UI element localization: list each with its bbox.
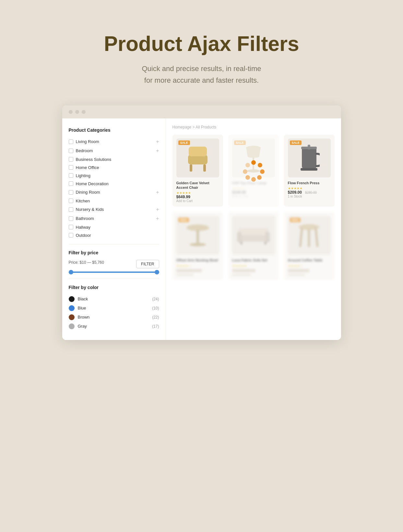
category-label: Living Room <box>76 139 154 144</box>
product-stars: ★★★★★ <box>176 191 219 195</box>
checkbox-nursery-kids[interactable] <box>69 207 73 212</box>
svg-point-7 <box>258 163 262 167</box>
category-label: Home Decoration <box>76 181 159 186</box>
category-lighting[interactable]: Lighting <box>69 172 159 180</box>
price-range-track <box>69 272 159 273</box>
svg-rect-1 <box>189 147 207 156</box>
checkbox-dining-room[interactable] <box>69 190 73 195</box>
filter-price-button[interactable]: FILTER <box>136 260 159 268</box>
checkbox-bathroom[interactable] <box>69 216 73 221</box>
checkbox-outdoor[interactable] <box>69 233 73 237</box>
svg-line-28 <box>300 229 302 246</box>
price-range-fill <box>69 272 159 273</box>
browser-bar <box>62 105 341 118</box>
checkbox-living-room[interactable] <box>69 139 73 144</box>
filter-color-section: Filter by color Black (24) Blue (10) Bro… <box>69 285 159 331</box>
browser-dot-red <box>69 110 73 114</box>
product-card-press[interactable]: SALE <box>284 135 335 207</box>
product-name: Golden Cave Velvet Accent Chair <box>176 181 219 190</box>
product-stars: ★★★★★ <box>232 264 275 268</box>
category-label: Kitchen <box>76 199 159 203</box>
browser-dot-yellow <box>75 110 79 114</box>
product-availability: 1 in Stock <box>288 195 331 198</box>
svg-rect-3 <box>203 164 206 172</box>
checkbox-lighting[interactable] <box>69 173 73 178</box>
category-outdoor[interactable]: Outdoor <box>69 231 159 239</box>
svg-rect-17 <box>301 168 317 171</box>
price-thumb-left[interactable] <box>69 270 73 274</box>
checkbox-business-solutions[interactable] <box>69 157 73 162</box>
category-dining-room[interactable]: Dining Room + <box>69 188 159 197</box>
filter-color-title: Filter by color <box>69 285 159 290</box>
availability-placeholder <box>176 273 194 276</box>
availability-placeholder <box>232 273 251 276</box>
category-living-room[interactable]: Living Room + <box>69 137 159 146</box>
product-card-lamp[interactable]: SALE <box>228 135 279 207</box>
svg-point-9 <box>257 175 262 180</box>
category-kitchen[interactable]: Kitchen <box>69 197 159 205</box>
price-label: Price: $10 — $5,760 <box>69 260 104 265</box>
category-bathroom[interactable]: Bathroom + <box>69 214 159 223</box>
chair-illustration <box>185 143 211 173</box>
category-label: Lighting <box>76 173 159 178</box>
hero-title: Product Ajax Filters <box>104 32 299 55</box>
color-count-gray: (17) <box>152 324 159 329</box>
product-card-chair[interactable]: SALE Golden Cave Velvet <box>172 135 223 207</box>
expand-icon[interactable]: + <box>156 148 159 154</box>
category-hallway[interactable]: Hallway <box>69 223 159 231</box>
color-brown[interactable]: Brown (22) <box>69 313 159 322</box>
stool-illustration <box>297 223 321 248</box>
color-swatch-brown <box>69 314 75 320</box>
product-badge-new: NEW <box>178 218 189 222</box>
color-swatch-gray <box>69 323 75 329</box>
color-blue[interactable]: Blue (10) <box>69 304 159 313</box>
sidebar-divider-1 <box>69 244 159 244</box>
color-count-black: (24) <box>152 297 159 301</box>
product-card-bowl[interactable]: NEW Offset Arts Nesting Bowl ★★★★☆ <box>172 212 223 280</box>
color-black[interactable]: Black (24) <box>69 295 159 304</box>
color-swatch-blue <box>69 305 75 311</box>
category-label: Nursery & Kids <box>76 207 154 212</box>
loading-spinner <box>242 159 265 182</box>
color-gray[interactable]: Gray (17) <box>69 322 159 331</box>
checkbox-kitchen[interactable] <box>69 199 73 203</box>
checkbox-bedroom[interactable] <box>69 149 73 153</box>
category-label: Dining Room <box>76 190 154 195</box>
expand-icon[interactable]: + <box>156 189 159 195</box>
product-stars: ★★★★☆ <box>176 264 219 268</box>
svg-rect-16 <box>301 147 317 149</box>
checkbox-home-decoration[interactable] <box>69 181 73 186</box>
category-label: Bathroom <box>76 216 154 221</box>
product-price: $209.00 <box>288 190 302 195</box>
product-badge-sale: SALE <box>290 140 302 145</box>
product-card-sofa[interactable]: Luca Fabric Sofa Set ★★★★★ <box>228 212 279 280</box>
price-placeholder <box>176 269 202 272</box>
checkbox-home-office[interactable] <box>69 165 73 170</box>
expand-icon[interactable]: + <box>156 216 159 222</box>
price-placeholder <box>232 269 256 272</box>
price-thumb-right[interactable] <box>155 270 159 274</box>
color-name-brown: Brown <box>78 315 90 320</box>
svg-point-12 <box>243 169 247 174</box>
expand-icon[interactable]: + <box>156 139 159 145</box>
sofa-illustration <box>236 225 270 245</box>
svg-rect-24 <box>265 232 270 242</box>
svg-rect-23 <box>237 232 242 242</box>
bowl-table-illustration <box>185 224 211 247</box>
expand-icon[interactable]: + <box>156 207 159 212</box>
checkbox-hallway[interactable] <box>69 225 73 229</box>
sidebar-divider-2 <box>69 278 159 278</box>
product-price-old: $280.00 <box>305 191 317 194</box>
category-home-office[interactable]: Home Office <box>69 163 159 172</box>
product-image-sofa <box>232 216 275 255</box>
product-categories-title: Product Categories <box>69 127 159 133</box>
category-home-decoration[interactable]: Home Decoration <box>69 180 159 188</box>
category-business-solutions[interactable]: Business Solutions <box>69 155 159 163</box>
color-count-blue: (10) <box>152 306 159 310</box>
category-nursery-kids[interactable]: Nursery & Kids + <box>69 205 159 214</box>
product-card-stool[interactable]: NEW Around Coffee Table ★★★★☆ <box>284 212 335 280</box>
filter-price-section: Filter by price Price: $10 — $5,760 FILT… <box>69 250 159 273</box>
category-bedroom[interactable]: Bedroom + <box>69 146 159 155</box>
product-stars: ★★★★☆ <box>288 264 331 268</box>
color-count-brown: (22) <box>152 315 159 320</box>
